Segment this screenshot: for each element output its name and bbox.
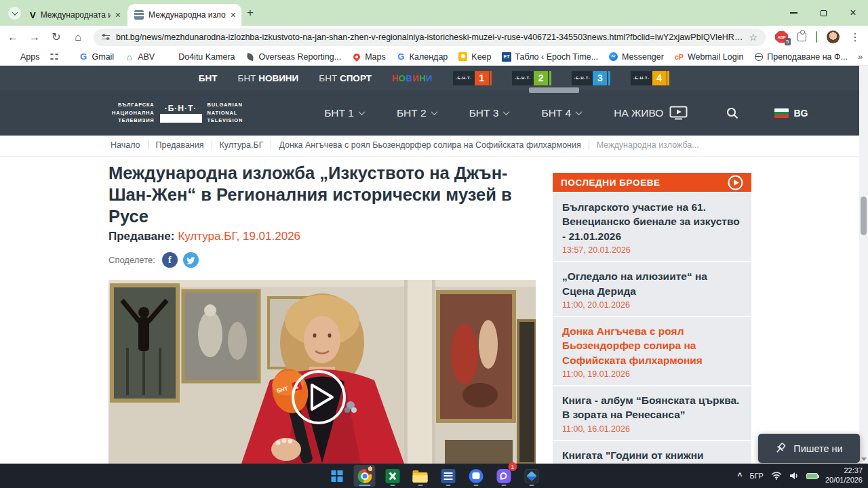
bookmark-kamera[interactable]: Do4itu Kamera [165,52,235,62]
topnav-bnt-novini[interactable]: БНТ НОВИНИ [238,73,299,83]
play-button[interactable] [290,369,347,428]
channel-logo-bnt2[interactable]: ·Б·Н·Т·2 [512,71,551,85]
battery-icon[interactable] [806,473,818,479]
tab-title: Международната изложба „И [41,10,111,20]
url-text[interactable]: bnt.bg/news/mezhdunarodna-izlozhba-izkus… [116,33,743,42]
tab-search-button[interactable] [8,7,21,20]
sidebar-header[interactable]: ПОСЛЕДНИ БРОЕВЕ [553,173,751,192]
browser-tab-2-active[interactable]: Международна изложба „Изку × [127,4,241,26]
camera-drop-icon [165,52,175,62]
episode-list-item[interactable]: Българското участие на 61. Венецианско б… [553,193,751,261]
channel-logo-bnt4[interactable]: ·Б·Н·Т·4 [631,71,669,85]
episode-list-item[interactable]: „Огледало на илюзиите“ на Сцена Дерида 1… [553,262,751,316]
adblock-badge: 5 [785,38,791,45]
start-button[interactable] [326,465,348,487]
reload-button[interactable]: ↻ [50,30,62,43]
bookmark-grid[interactable] [50,53,58,61]
house-icon: ⌂ [124,52,134,62]
breadcrumb-predavaniya[interactable]: Предавания [148,140,204,150]
adblock-extension-button[interactable]: ABP 5 [775,31,788,43]
excel-icon [385,469,399,483]
address-bar[interactable]: bnt.bg/news/mezhdunarodna-izlozhba-izkus… [94,28,766,46]
chevron-down-icon [431,108,437,115]
close-tab-icon[interactable]: × [115,10,121,20]
nav-bnt1[interactable]: БНТ 1 [324,107,364,119]
breadcrumb-home[interactable]: Начало [111,140,140,150]
language-selector[interactable]: BG [774,108,816,119]
bookmark-epoch[interactable]: ETТабло ‹ Epoch Time... [502,52,599,62]
bookmarks-bar: Apps GGmail ⌂ABV Do4itu Kamera Overseas … [0,48,868,66]
episode-list-item-active[interactable]: Донка Ангъчева с роял Бьозендорфер солир… [553,317,751,385]
profile-avatar[interactable] [827,30,840,43]
twitter-share-button[interactable] [183,252,199,268]
bookmark-messenger[interactable]: Messenger [608,52,664,62]
browser-menu-button[interactable]: ⋮ [849,30,861,43]
bookmarks-overflow-button[interactable]: » [858,52,863,62]
facebook-share-button[interactable]: f [162,252,178,268]
nav-bnt3[interactable]: БНТ 3 [469,107,509,119]
scrollbar-down-arrow[interactable] [861,458,867,461]
taskbar-signal[interactable] [465,465,487,487]
video-player[interactable]: БНТ 1 [108,280,536,464]
channel-logo-bnt1[interactable]: ·Б·Н·Т·1 [453,71,492,85]
tray-time: 22:37 [825,466,863,476]
topnav-bnt-sport[interactable]: БНТ СПОРТ [319,73,372,83]
search-button[interactable] [726,106,739,120]
new-tab-button[interactable]: + [247,6,254,20]
nav-bnt2[interactable]: БНТ 2 [397,107,437,119]
bookmark-overseas[interactable]: Overseas Reporting... [245,52,342,62]
topnav-bnt[interactable]: БНТ [199,73,218,83]
breadcrumb-donka[interactable]: Донка Ангъчева с роял Бьозендорфер солир… [271,140,580,150]
page-scrollbar[interactable] [859,66,868,464]
scrollbar-thumb[interactable] [861,197,867,235]
minimize-button[interactable] [778,0,808,26]
bookmark-apps[interactable]: Apps [8,52,40,62]
bookmark-keep[interactable]: Keep [458,52,491,62]
breadcrumb-kultura[interactable]: Култура.БГ [212,140,264,150]
taskbar-file-explorer[interactable] [410,465,431,487]
taskbar-word[interactable] [437,465,459,487]
extensions-icon[interactable] [797,33,806,41]
bookmark-abv[interactable]: ⌂ABV [124,52,155,62]
windows-logo-icon [331,470,342,482]
nav-bnt4[interactable]: БНТ 4 [541,107,581,119]
breadcrumb: Начало Предавания Култура.БГ Донка Ангъч… [0,136,868,155]
taskbar-clock[interactable]: 22:37 20/01/2026 [825,466,863,485]
latest-episodes-sidebar: ПОСЛЕДНИ БРОЕВЕ Българското участие на 6… [553,173,751,464]
taskbar-excel[interactable] [382,465,403,487]
close-window-button[interactable]: × [838,0,868,26]
show-link[interactable]: Култура.БГ, 19.01.2026 [178,230,300,243]
chevron-down-icon [503,108,510,115]
restore-button[interactable] [808,0,838,26]
twitter-icon [186,256,195,264]
taskbar-viber[interactable]: 1 [493,465,515,487]
home-button[interactable]: ⌂ [72,31,84,43]
bookmark-gmail[interactable]: GGmail [79,52,115,62]
chevron-down-icon [812,109,817,115]
bnt-logo[interactable]: БЪЛГАРСКА НАЦИОНАЛНА ТЕЛЕВИЗИЯ ·Б·Н·Т· B… [112,101,243,125]
taskbar-chrome[interactable] [354,465,376,487]
close-tab-icon[interactable]: × [231,10,236,20]
taskbar-photos[interactable] [521,465,542,487]
bookmark-calendar[interactable]: GКалендар [396,52,448,62]
write-to-us-widget[interactable]: Пишете ни [758,434,860,463]
nav-live[interactable]: НА ЖИВО [614,106,688,120]
language-indicator[interactable]: БГР [749,472,764,480]
apps-grid-icon [8,52,17,61]
search-icon [726,106,739,120]
episode-list-item[interactable]: Книга - албум “Боянската църква. В зорат… [553,386,751,440]
tray-expand-button[interactable]: ^ [737,471,742,481]
back-button[interactable]: ← [7,31,19,43]
bookmark-maps[interactable]: Maps [351,52,386,62]
episode-list-item[interactable]: Книгата "Години от книжни калейдоскопи п… [553,441,751,464]
browser-tab-1[interactable]: V Международната изложба „И × [23,4,126,26]
bookmark-star-icon[interactable]: ☆ [749,32,757,43]
bookmark-webmail[interactable]: cPWebmail Login [674,52,743,62]
site-settings-icon[interactable] [102,33,110,41]
volume-icon[interactable] [789,472,799,480]
wifi-icon[interactable] [771,472,782,480]
topnav-kids-novini[interactable]: НОВИНИ [392,73,433,83]
bookmark-prepodavane[interactable]: Преподаване на Ф... [753,52,848,62]
forward-button[interactable]: → [28,31,41,43]
channel-logo-bnt3[interactable]: ·Б·Н·Т·3 [572,71,610,85]
